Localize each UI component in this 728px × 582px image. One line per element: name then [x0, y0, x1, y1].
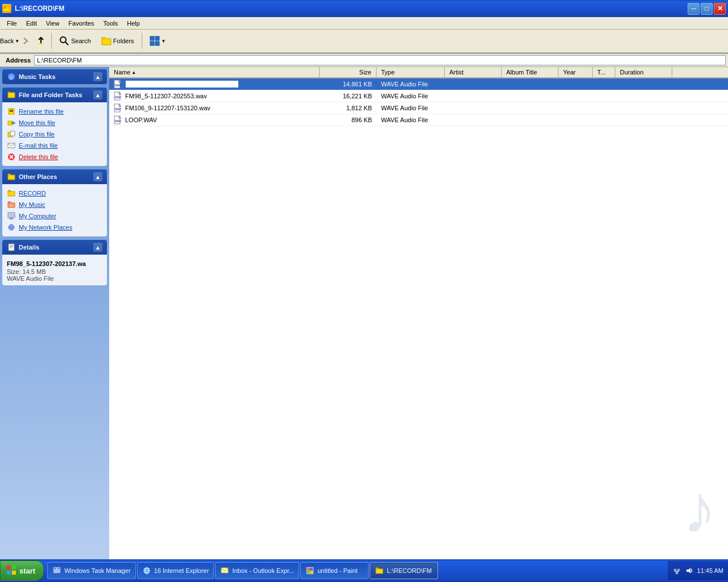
maximize-button[interactable]: □ [701, 3, 713, 15]
file-type-2: WAVE Audio File [377, 103, 445, 113]
move-file-label: Move this file [19, 119, 55, 126]
file-size-0: 14,861 KB [320, 80, 377, 89]
other-places-label: Other Places [19, 173, 57, 180]
taskbar-item-task-manager[interactable]: Windows Task Manager [47, 562, 136, 579]
other-places-collapse[interactable]: ▲ [93, 172, 102, 181]
other-places-icon [7, 172, 16, 181]
toolbar: Back ▼ Search Folders ▼ [0, 30, 728, 53]
network-tray-icon[interactable] [672, 566, 681, 575]
taskbar-item-outlook[interactable]: Inbox - Outlook Expr... [215, 562, 299, 579]
menu-view[interactable]: View [42, 19, 64, 28]
up-button[interactable] [34, 34, 48, 48]
move-file-link[interactable]: Move this file [5, 117, 105, 128]
menu-file[interactable]: File [2, 19, 22, 28]
other-places-section: Other Places ▲ RECORD [2, 169, 107, 236]
col-header-size[interactable]: Size [320, 67, 377, 77]
file-folder-tasks-collapse[interactable]: ▲ [93, 90, 102, 99]
details-collapse[interactable]: ▲ [93, 243, 102, 252]
delete-file-link[interactable]: Delete this file [5, 151, 105, 163]
search-label: Search [71, 38, 91, 44]
file-year-2 [559, 107, 593, 109]
col-header-name[interactable]: Name ▲ [109, 67, 320, 77]
rename-input[interactable] [125, 80, 239, 88]
address-input[interactable] [34, 55, 726, 65]
col-header-duration[interactable]: Duration [615, 67, 672, 77]
minimize-button[interactable]: ─ [688, 3, 700, 15]
table-row[interactable]: WAV FM106_9-112207-153120.wav 1,812 KB W… [109, 102, 728, 114]
back-label: Back [0, 38, 14, 44]
views-dropdown-icon[interactable]: ▼ [162, 39, 166, 44]
col-header-album[interactable]: Album Title [502, 67, 559, 77]
file-folder-tasks-body: Rename this file Move this file [2, 102, 107, 166]
other-places-header[interactable]: Other Places ▲ [2, 169, 107, 184]
file-type-1: WAVE Audio File [377, 92, 445, 101]
taskbar-item-paint[interactable]: untitled - Paint [300, 562, 369, 579]
record-link[interactable]: RECORD [5, 188, 105, 199]
file-artist-2 [445, 107, 502, 109]
taskbar-item-explorer[interactable]: L:\RECORD\FM [370, 562, 438, 579]
file-size-1: 16,221 KB [320, 92, 377, 101]
table-row[interactable]: WAV LOOP.WAV 896 KB WAVE Audio File [109, 114, 728, 126]
file-duration-0 [615, 83, 672, 85]
svg-rect-51 [7, 566, 11, 569]
rename-file-link[interactable]: Rename this file [5, 106, 105, 117]
details-header[interactable]: Details ▲ [2, 240, 107, 255]
my-music-icon: ♪ [7, 200, 16, 209]
close-button[interactable]: ✕ [714, 3, 726, 15]
forward-button[interactable] [18, 34, 32, 48]
file-artist-0 [445, 83, 502, 85]
file-duration-2 [615, 107, 672, 109]
email-file-link[interactable]: E-mail this file [5, 140, 105, 151]
menu-tools[interactable]: Tools [99, 19, 123, 28]
file-duration-1 [615, 95, 672, 97]
my-computer-label: My Computer [19, 213, 56, 219]
my-network-link[interactable]: My Network Places [5, 222, 105, 233]
move-icon [7, 118, 16, 127]
col-duration-label: Duration [620, 69, 644, 76]
address-label: Address [2, 57, 34, 64]
file-year-0 [559, 83, 593, 85]
svg-rect-31 [9, 219, 14, 219]
file-artist-3 [445, 119, 502, 121]
table-row[interactable]: WAV FM98_5-112307-202553.wav 16,221 KB W… [109, 90, 728, 102]
back-button[interactable]: Back ▼ [2, 34, 16, 48]
file-album-2 [502, 107, 559, 109]
col-artist-label: Artist [449, 69, 464, 76]
wav-file-icon: WAV [114, 103, 123, 113]
file-track-3 [593, 119, 615, 121]
file-album-1 [502, 95, 559, 97]
menu-bar: File Edit View Favorites Tools Help [0, 17, 728, 30]
file-folder-tasks-header[interactable]: File and Folder Tasks ▲ [2, 88, 107, 102]
svg-text:♪: ♪ [10, 74, 13, 80]
svg-point-4 [60, 37, 66, 43]
svg-line-72 [675, 571, 677, 572]
folders-button[interactable]: Folders [97, 34, 138, 48]
menu-edit[interactable]: Edit [22, 19, 42, 28]
music-tasks-collapse[interactable]: ▲ [93, 72, 102, 81]
my-computer-link[interactable]: My Computer [5, 210, 105, 222]
delete-icon [7, 152, 16, 161]
details-section: Details ▲ FM98_5-112307-202137.wa Size: … [2, 240, 107, 285]
menu-help[interactable]: Help [122, 19, 144, 28]
table-row[interactable]: WAV 14,861 KB WAVE Audio File [109, 78, 728, 90]
svg-rect-7 [150, 36, 154, 40]
music-tasks-header[interactable]: ♪ Music Tasks ▲ [2, 69, 107, 84]
svg-rect-1 [3, 7, 6, 9]
search-button[interactable]: Search [55, 34, 95, 48]
svg-rect-54 [12, 571, 16, 575]
start-button[interactable]: start [0, 560, 44, 581]
file-size-3: 896 KB [320, 115, 377, 124]
ie-icon [142, 566, 151, 575]
volume-tray-icon[interactable] [685, 566, 694, 575]
my-music-link[interactable]: ♪ My Music [5, 199, 105, 210]
col-header-type[interactable]: Type [377, 67, 445, 77]
file-year-3 [559, 119, 593, 121]
menu-favorites[interactable]: Favorites [64, 19, 98, 28]
col-header-track[interactable]: T... [593, 67, 615, 77]
file-size-2: 1,812 KB [320, 103, 377, 113]
col-header-artist[interactable]: Artist [445, 67, 502, 77]
col-header-year[interactable]: Year [559, 67, 593, 77]
taskbar-item-ie[interactable]: 16 Internet Explorer [137, 562, 214, 579]
copy-file-link[interactable]: Copy this file [5, 128, 105, 140]
views-button[interactable]: ▼ [146, 34, 170, 48]
